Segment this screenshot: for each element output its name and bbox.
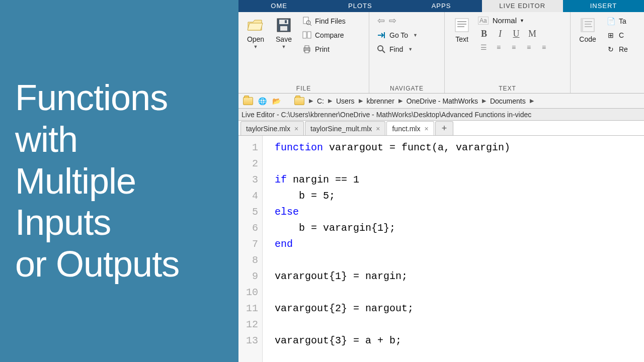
crumb-users[interactable]: Users bbox=[336, 97, 355, 105]
code-line[interactable]: else bbox=[275, 204, 644, 220]
align-left-icon[interactable]: ≡ bbox=[508, 43, 519, 52]
open-button[interactable]: Open ▼ bbox=[244, 14, 268, 51]
file-tab-label: taylorSine_mult.mlx bbox=[310, 125, 372, 133]
svg-rect-20 bbox=[581, 19, 583, 32]
tab-plots[interactable]: PLOTS bbox=[319, 0, 400, 12]
nav-forward-icon[interactable]: ⇨ bbox=[389, 15, 396, 26]
ribbon-group-text: Text Aa Normal ▼ B I U M bbox=[445, 12, 571, 93]
chevron-down-icon: ▼ bbox=[254, 44, 258, 49]
code-line[interactable] bbox=[275, 252, 644, 268]
code-line[interactable] bbox=[275, 156, 644, 172]
line-number: 8 bbox=[238, 252, 258, 268]
italic-button[interactable]: I bbox=[494, 28, 506, 40]
title-line-3: Multiple bbox=[15, 160, 223, 202]
style-selector[interactable]: Normal ▼ bbox=[493, 16, 524, 25]
magnifier-icon bbox=[376, 44, 386, 54]
find-button[interactable]: Find ▼ bbox=[374, 43, 415, 55]
find-files-button[interactable]: Find Files bbox=[300, 15, 348, 27]
compare-button[interactable]: Compare bbox=[300, 29, 348, 41]
code-line[interactable]: varargout{2} = nargout; bbox=[275, 301, 644, 317]
new-tab-button[interactable]: + bbox=[435, 121, 454, 135]
code-button[interactable]: Code bbox=[576, 14, 600, 45]
control-icon: ⊞ bbox=[606, 30, 616, 40]
monospace-button[interactable]: M bbox=[526, 28, 538, 40]
nav-back-icon[interactable]: ⇦ bbox=[377, 15, 385, 26]
svg-rect-4 bbox=[303, 17, 308, 24]
folder-open-icon bbox=[247, 16, 265, 34]
line-number: 13 bbox=[238, 333, 258, 349]
svg-rect-1 bbox=[279, 20, 288, 24]
back-folder-icon[interactable] bbox=[243, 96, 254, 107]
task-button[interactable]: 📄Ta bbox=[604, 15, 630, 27]
save-button[interactable]: Save ▼ bbox=[272, 14, 296, 51]
line-number: 9 bbox=[238, 268, 258, 285]
close-icon[interactable]: × bbox=[376, 125, 380, 133]
underline-button[interactable]: U bbox=[510, 28, 522, 40]
refresh-folder-icon[interactable]: 📂 bbox=[271, 96, 282, 107]
ribbon-group-code: Code 📄Ta ⊞C ↻Re bbox=[571, 12, 636, 93]
crumb-drive[interactable]: C: bbox=[317, 97, 324, 105]
align-center-icon[interactable]: ≡ bbox=[523, 43, 534, 52]
svg-rect-8 bbox=[307, 32, 311, 38]
chevron-down-icon: ▼ bbox=[413, 33, 418, 38]
goto-button[interactable]: Go To ▼ bbox=[374, 29, 420, 41]
ribbon-group-navigate: ⇦ ⇨ Go To ▼ Find ▼ NAVIGATE bbox=[369, 12, 445, 93]
printer-icon bbox=[302, 44, 312, 54]
ribbon: Open ▼ Save ▼ Find Files bbox=[238, 12, 644, 94]
code-line[interactable]: if nargin == 1 bbox=[275, 172, 644, 188]
crumb-onedrive[interactable]: OneDrive - MathWorks bbox=[407, 97, 478, 105]
svg-rect-3 bbox=[285, 20, 287, 23]
print-button[interactable]: Print bbox=[300, 43, 348, 55]
file-tab-label: taylorSine.mlx bbox=[246, 125, 290, 133]
tab-insert[interactable]: INSERT bbox=[563, 0, 644, 12]
compare-icon bbox=[302, 30, 312, 40]
text-icon bbox=[453, 16, 471, 34]
breadcrumb: 🌐 📂 ▶ C: ▶ Users ▶ kbrenner ▶ OneDrive -… bbox=[238, 94, 644, 109]
line-number: 1 bbox=[238, 140, 258, 156]
tab-apps[interactable]: APPS bbox=[400, 0, 481, 12]
font-size-label-icon: Aa bbox=[478, 17, 489, 25]
chevron-down-icon: ▼ bbox=[282, 44, 286, 49]
crumb-kbrenner[interactable]: kbrenner bbox=[367, 97, 394, 105]
title-line-1: Functions bbox=[15, 77, 223, 119]
bullet-list-icon[interactable]: ☰ bbox=[478, 43, 489, 52]
code-editor[interactable]: 12345678910111213 function varargout = f… bbox=[238, 136, 644, 362]
text-button[interactable]: Text bbox=[450, 14, 474, 45]
up-folder-icon[interactable]: 🌐 bbox=[257, 96, 268, 107]
line-number: 6 bbox=[238, 220, 258, 236]
bold-button[interactable]: B bbox=[478, 28, 490, 40]
code-line[interactable]: varargout{3} = a + b; bbox=[275, 333, 644, 349]
svg-rect-11 bbox=[305, 50, 309, 53]
code-area[interactable]: function varargout = funct(a, varargin) … bbox=[263, 136, 644, 362]
svg-rect-7 bbox=[303, 32, 306, 38]
breadcrumb-sep-icon: ▶ bbox=[308, 98, 314, 104]
file-tab[interactable]: taylorSine_mult.mlx× bbox=[305, 121, 385, 135]
refactor-button[interactable]: ↻Re bbox=[604, 43, 630, 55]
control-button[interactable]: ⊞C bbox=[604, 29, 630, 41]
line-number: 2 bbox=[238, 156, 258, 172]
crumb-documents[interactable]: Documents bbox=[490, 97, 526, 105]
folder-icon bbox=[294, 96, 305, 107]
code-line[interactable]: varargout{1} = nargin; bbox=[275, 268, 644, 285]
tab-home[interactable]: OME bbox=[238, 0, 319, 12]
close-icon[interactable]: × bbox=[294, 125, 298, 133]
close-icon[interactable]: × bbox=[424, 125, 428, 133]
file-tab[interactable]: funct.mlx× bbox=[386, 121, 434, 135]
line-number-gutter: 12345678910111213 bbox=[238, 136, 263, 362]
line-number: 5 bbox=[238, 204, 258, 220]
line-number: 7 bbox=[238, 236, 258, 252]
goto-icon bbox=[376, 30, 386, 40]
file-tab-strip: taylorSine.mlx×taylorSine_mult.mlx×funct… bbox=[238, 121, 644, 136]
file-tab-label: funct.mlx bbox=[392, 125, 420, 133]
file-tab[interactable]: taylorSine.mlx× bbox=[240, 121, 304, 135]
tab-live-editor[interactable]: LIVE EDITOR bbox=[482, 0, 563, 12]
svg-point-13 bbox=[378, 46, 383, 51]
code-line[interactable] bbox=[275, 285, 644, 301]
code-line[interactable] bbox=[275, 317, 644, 333]
numbered-list-icon[interactable]: ≡ bbox=[493, 43, 504, 52]
align-right-icon[interactable]: ≡ bbox=[538, 43, 549, 52]
code-line[interactable]: b = 5; bbox=[275, 188, 644, 204]
code-line[interactable]: end bbox=[275, 236, 644, 252]
code-line[interactable]: function varargout = funct(a, varargin) bbox=[275, 140, 644, 156]
code-line[interactable]: b = varargin{1}; bbox=[275, 220, 644, 236]
